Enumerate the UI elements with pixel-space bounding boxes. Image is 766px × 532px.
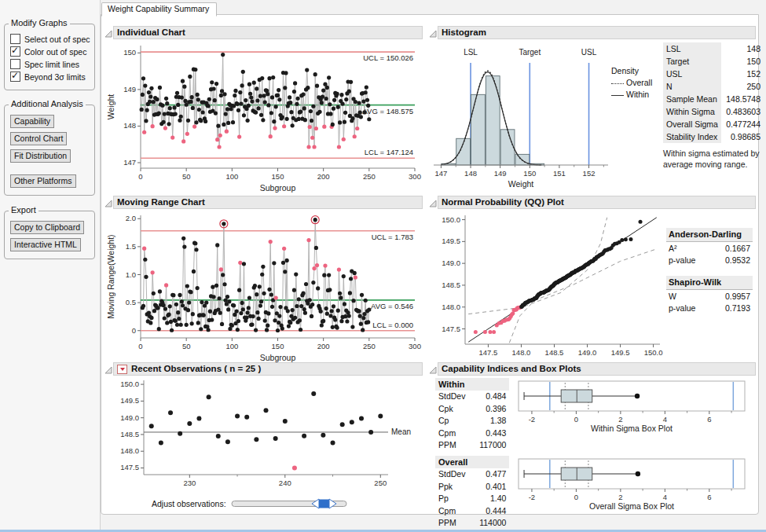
svg-text:-2: -2 [529, 493, 535, 501]
qq-plot-header[interactable]: Normal Probability (QQ) Plot [429, 196, 756, 209]
table-row: Sample Mean148.5748 [663, 93, 764, 105]
svg-text:250: 250 [363, 172, 376, 181]
svg-text:151: 151 [553, 169, 566, 178]
svg-text:148.0: 148.0 [442, 303, 460, 311]
svg-text:148.5: 148.5 [545, 348, 564, 357]
svg-text:0: 0 [138, 172, 142, 181]
svg-text:100: 100 [225, 342, 238, 350]
svg-text:150: 150 [523, 169, 536, 178]
checkbox-label: Beyond 3σ limits [24, 72, 86, 82]
qq-plot-canvas[interactable]: 147.5148.0148.5149.0149.5150.0147.5148.0… [429, 211, 666, 366]
table-row: Stability Index0.98685 [663, 130, 764, 143]
svg-text:150: 150 [272, 172, 284, 181]
svg-text:LSL: LSL [464, 48, 478, 57]
table-row: N250 [663, 80, 764, 93]
moving-range-header[interactable]: Moving Range Chart [104, 196, 423, 209]
within-sigma-box-plot[interactable]: -20246Within Sigma Box Plot [515, 378, 748, 435]
individual-chart-plot[interactable]: 050100150200250300147148149150SubgroupWe… [104, 39, 423, 196]
red-menu-button[interactable] [117, 365, 127, 374]
disclosure-triangle-icon[interactable] [429, 200, 437, 207]
svg-text:149.0: 149.0 [578, 348, 597, 357]
checkbox-row-spec-limit-lines[interactable]: Spec limit lines [10, 59, 91, 69]
svg-text:50: 50 [182, 172, 191, 181]
checkbox-row-color-out-of-spec[interactable]: Color out of spec [10, 46, 91, 57]
group-export: Export Copy to Clipboard Interactive HTM… [4, 211, 95, 259]
overall-sigma-box-plot[interactable]: -20246Overall Sigma Box Plot [515, 456, 748, 512]
svg-text:6: 6 [708, 493, 712, 501]
disclosure-triangle-icon[interactable] [104, 200, 112, 207]
group-modify-graphs: Modify Graphs Select out of spec Color o… [4, 24, 95, 90]
svg-text:149.5: 149.5 [120, 396, 139, 405]
checkbox-0[interactable] [10, 34, 20, 44]
checkbox-label: Select out of spec [24, 35, 90, 44]
solid-line-icon [611, 95, 624, 96]
section-individual-chart: Individual Chart 05010015020025030014714… [104, 26, 423, 196]
checkbox-row-select-out-of-spec[interactable]: Select out of spec [10, 34, 91, 44]
adjust-observations-slider[interactable] [231, 497, 349, 511]
checkbox-row-beyond-3sigma[interactable]: Beyond 3σ limits [10, 72, 91, 82]
menu-triangle-icon [120, 368, 125, 371]
checkbox-2[interactable] [10, 59, 20, 69]
slider-handle[interactable] [312, 499, 336, 508]
svg-text:149.5: 149.5 [611, 348, 630, 357]
svg-text:149: 149 [494, 169, 507, 178]
disclosure-triangle-icon[interactable] [429, 30, 437, 38]
fit-distribution-button[interactable]: Fit Distribution [10, 149, 71, 163]
table-row: StdDev0.477 [435, 468, 509, 481]
section-title: Individual Chart [117, 27, 185, 39]
svg-text:148: 148 [123, 121, 136, 130]
capability-header[interactable]: Capability Indices and Box Plots [429, 362, 756, 376]
svg-text:2: 2 [619, 493, 623, 501]
svg-text:LCL = 147.124: LCL = 147.124 [365, 148, 413, 156]
moving-range-plot[interactable]: 05010015020025030000.51.01.52.0SubgroupM… [104, 209, 423, 366]
histogram-header[interactable]: Histogram [429, 26, 756, 39]
checkbox-label: Color out of spec [24, 47, 86, 57]
histogram-stats-table: LSL148 Target150 USL152 N250 Sample Mean… [663, 42, 764, 143]
group-additional-analysis: Additional Analysis Capability Control C… [4, 105, 95, 196]
disclosure-triangle-icon[interactable] [104, 366, 112, 374]
histogram-plot[interactable]: LSLTargetUSL147148149150151152Weight [429, 42, 611, 195]
table-row: p-value0.9532 [666, 254, 753, 266]
group-title: Additional Analysis [9, 99, 86, 108]
table-row: Cpk0.396 [435, 402, 509, 415]
checkbox-1[interactable] [10, 46, 20, 57]
capability-button[interactable]: Capability [10, 115, 54, 128]
copy-to-clipboard-button[interactable]: Copy to Clipboard [10, 221, 84, 234]
section-title: Histogram [442, 27, 486, 39]
svg-text:150.0: 150.0 [644, 348, 663, 357]
recent-observations-header[interactable]: Recent Observations ( n = 25 ) [104, 362, 423, 376]
control-chart-button[interactable]: Control Chart [10, 132, 67, 145]
tab-weight-capability-summary[interactable]: Weight Capability Summary [101, 2, 217, 17]
svg-text:USL: USL [581, 48, 597, 57]
individual-chart-header[interactable]: Individual Chart [104, 26, 423, 39]
svg-text:230: 230 [183, 479, 196, 487]
other-platforms-button[interactable]: Other Platforms [10, 174, 76, 188]
disclosure-triangle-icon[interactable] [104, 30, 112, 38]
svg-text:Subgroup: Subgroup [260, 353, 296, 362]
svg-text:150: 150 [123, 48, 136, 57]
svg-text:50: 50 [182, 342, 191, 350]
svg-text:4: 4 [663, 493, 667, 501]
shapiro-wilk-table: Shapiro-Wilk W0.9957 p-value0.7193 [666, 276, 753, 314]
group-title: Modify Graphs [9, 18, 70, 28]
interactive-html-button[interactable]: Interactive HTML [10, 238, 81, 251]
table-row: USL152 [663, 68, 764, 80]
svg-text:AVG = 0.546: AVG = 0.546 [371, 302, 413, 310]
svg-text:148.5: 148.5 [442, 281, 460, 289]
svg-text:148.0: 148.0 [512, 348, 531, 357]
recent-observations-plot[interactable]: 230240250147.5148.0148.5149.0149.5150.0M… [104, 376, 423, 495]
section-title: Normal Probability (QQ) Plot [442, 196, 564, 208]
qq-tables-column: Anderson-Darling A²0.1667 p-value0.9532 … [666, 211, 756, 366]
svg-text:AVG = 148.575: AVG = 148.575 [362, 107, 413, 116]
svg-text:150.0: 150.0 [120, 380, 139, 388]
svg-text:148: 148 [464, 169, 477, 178]
svg-text:100: 100 [225, 172, 238, 181]
table-row: PPM114000 [435, 517, 509, 530]
svg-text:1.5: 1.5 [126, 242, 136, 251]
table-row: Target150 [663, 55, 764, 68]
section-histogram: Histogram LSLTargetUSL147148149150151152… [429, 26, 756, 195]
svg-text:147: 147 [123, 158, 136, 167]
adjust-observations-label: Adjust observations: [152, 499, 226, 508]
disclosure-triangle-icon[interactable] [429, 366, 437, 374]
checkbox-3[interactable] [10, 72, 20, 82]
